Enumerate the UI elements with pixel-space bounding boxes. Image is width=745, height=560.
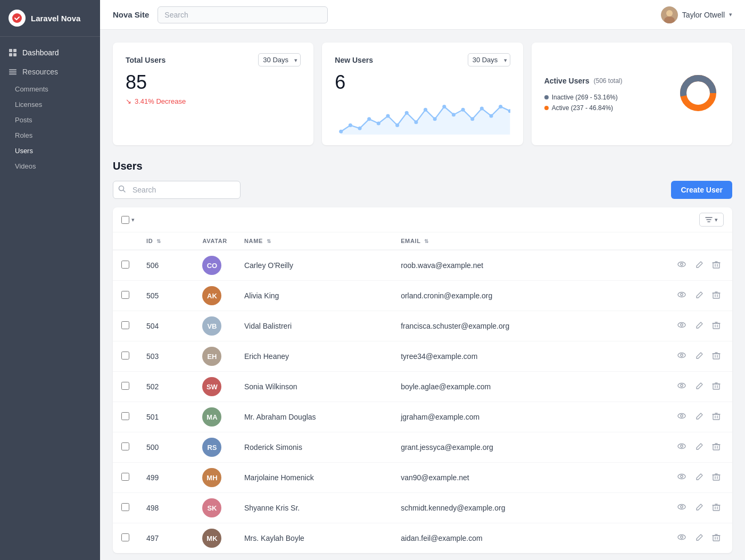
row-checkbox[interactable] <box>121 261 129 269</box>
delete-button[interactable] <box>709 531 724 546</box>
new-users-period-wrapper: 30 Days 60 Days 90 Days <box>468 53 510 66</box>
col-checkbox <box>113 232 138 250</box>
delete-button[interactable] <box>709 440 724 455</box>
svg-point-101 <box>681 536 683 538</box>
row-checkbox[interactable] <box>121 321 129 329</box>
sidebar-item-videos[interactable]: Videos <box>0 158 100 174</box>
svg-point-24 <box>461 108 465 112</box>
row-avatar-cell: SW <box>194 372 236 402</box>
new-users-period-select[interactable]: 30 Days 60 Days 90 Days <box>468 53 510 66</box>
user-avatar: AK <box>202 286 221 305</box>
create-user-button[interactable]: Create User <box>671 181 732 199</box>
row-id: 501 <box>138 402 194 432</box>
table-row: 502 SW Sonia Wilkinson boyle.aglae@examp… <box>113 372 732 402</box>
donut-legend: Inactive (269 - 53.16%) Active (237 - 46… <box>544 94 623 112</box>
row-checkbox[interactable] <box>121 503 129 511</box>
eye-icon <box>677 532 686 542</box>
svg-point-38 <box>681 263 683 265</box>
row-checkbox[interactable] <box>121 412 129 420</box>
row-checkbox[interactable] <box>121 352 129 360</box>
view-button[interactable] <box>674 439 690 455</box>
view-button[interactable] <box>674 500 690 516</box>
delete-button[interactable] <box>709 289 724 304</box>
delete-button[interactable] <box>709 319 724 334</box>
row-name: Mrs. Kaylah Boyle <box>236 523 392 554</box>
row-checkbox[interactable] <box>121 382 129 390</box>
eye-icon <box>677 502 686 512</box>
row-checkbox[interactable] <box>121 291 129 299</box>
user-menu[interactable]: Taylor Otwell ▾ <box>661 6 732 23</box>
svg-point-19 <box>415 120 418 124</box>
sidebar-item-licenses[interactable]: Licenses <box>0 97 100 112</box>
table-search-input[interactable] <box>113 181 241 199</box>
edit-button[interactable] <box>692 410 707 425</box>
svg-rect-6 <box>9 71 16 73</box>
active-users-header: Active Users (506 total) <box>544 77 623 85</box>
delete-button[interactable] <box>709 258 724 273</box>
sidebar-item-users[interactable]: Users <box>0 143 100 158</box>
col-email[interactable]: Email ⇅ <box>392 232 614 250</box>
svg-point-79 <box>678 444 685 449</box>
users-table-container: ▾ ▾ <box>113 207 732 553</box>
edit-button[interactable] <box>692 289 707 304</box>
row-checkbox[interactable] <box>121 533 129 541</box>
row-email: roob.wava@example.net <box>392 250 614 281</box>
trash-icon <box>712 382 721 390</box>
filter-button[interactable]: ▾ <box>699 213 724 227</box>
select-dropdown-icon[interactable]: ▾ <box>131 216 135 223</box>
resources-label: Resources <box>22 68 58 76</box>
edit-button[interactable] <box>692 380 707 395</box>
id-sort-icon: ⇅ <box>156 238 161 244</box>
row-actions <box>614 463 732 493</box>
sidebar-item-resources[interactable]: Resources <box>0 62 100 81</box>
sidebar-item-roles[interactable]: Roles <box>0 128 100 143</box>
delete-button[interactable] <box>709 380 724 395</box>
delete-button[interactable] <box>709 471 724 486</box>
edit-icon <box>695 261 703 269</box>
col-name[interactable]: Name ⇅ <box>236 232 392 250</box>
eye-icon <box>677 472 686 481</box>
view-button[interactable] <box>674 318 690 334</box>
topbar-search-input[interactable] <box>158 6 328 23</box>
user-avatar: SK <box>202 498 221 517</box>
app-logo[interactable]: Laravel Nova <box>0 0 100 37</box>
select-all-checkbox[interactable] <box>121 216 129 224</box>
edit-button[interactable] <box>692 501 707 516</box>
view-button[interactable] <box>674 348 690 364</box>
row-id: 505 <box>138 281 194 311</box>
users-table-body: 506 CO Carley O'Reilly roob.wava@example… <box>113 250 732 553</box>
edit-button[interactable] <box>692 471 707 486</box>
view-button[interactable] <box>674 409 690 425</box>
view-button[interactable] <box>674 288 690 304</box>
svg-point-25 <box>471 117 475 121</box>
edit-button[interactable] <box>692 531 707 546</box>
row-email: aidan.feil@example.com <box>392 523 614 554</box>
view-button[interactable] <box>674 470 690 486</box>
delete-button[interactable] <box>709 410 724 425</box>
total-users-period-select[interactable]: 30 Days 60 Days 90 Days <box>258 53 301 66</box>
sidebar-item-comments[interactable]: Comments <box>0 81 100 97</box>
trash-icon <box>712 412 721 421</box>
eye-icon <box>677 320 686 330</box>
new-users-card: New Users 30 Days 60 Days 90 Days 6 <box>322 43 523 145</box>
row-email: schmidt.kennedy@example.org <box>392 493 614 523</box>
svg-point-11 <box>340 130 343 133</box>
svg-point-26 <box>480 107 484 111</box>
sidebar-item-posts[interactable]: Posts <box>0 112 100 128</box>
edit-button[interactable] <box>692 349 707 364</box>
edit-button[interactable] <box>692 440 707 455</box>
view-button[interactable] <box>674 257 690 273</box>
view-button[interactable] <box>674 379 690 395</box>
svg-point-15 <box>377 122 380 126</box>
view-button[interactable] <box>674 530 690 546</box>
delete-button[interactable] <box>709 349 724 364</box>
edit-button[interactable] <box>692 258 707 273</box>
edit-icon <box>695 412 703 421</box>
edit-button[interactable] <box>692 319 707 334</box>
svg-point-9 <box>666 10 673 16</box>
col-id[interactable]: ID ⇅ <box>138 232 194 250</box>
sidebar-item-dashboard[interactable]: Dashboard <box>0 43 100 62</box>
row-checkbox[interactable] <box>121 473 129 481</box>
row-checkbox[interactable] <box>121 442 129 450</box>
delete-button[interactable] <box>709 501 724 516</box>
